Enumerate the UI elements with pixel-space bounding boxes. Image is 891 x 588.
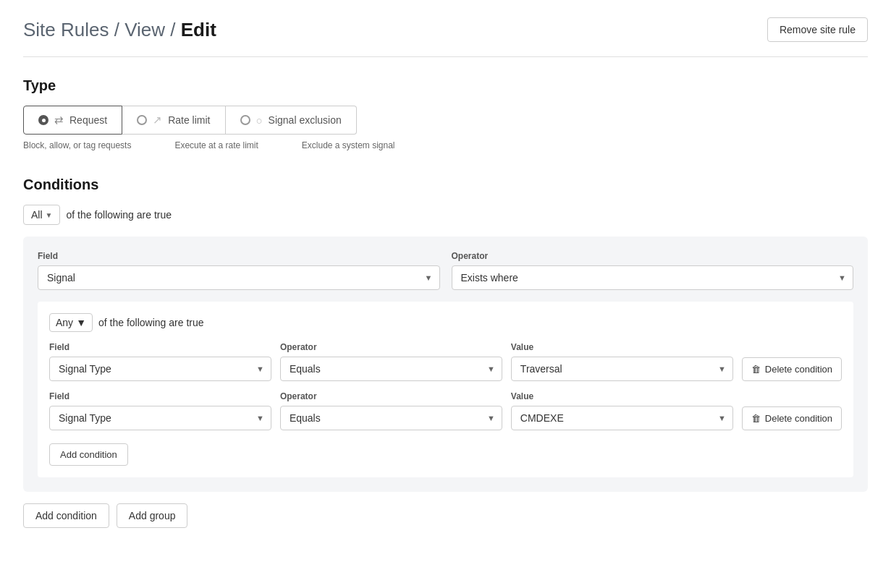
inner-quantifier-label: Any [56, 317, 73, 328]
condition-group: Field Signal ▼ Operator Exists where [23, 237, 868, 492]
inner-value-label-2: Value [511, 391, 733, 401]
add-condition-inner-button[interactable]: Add condition [49, 443, 128, 466]
inner-field-select-1[interactable]: Signal Type [49, 357, 271, 381]
inner-operator-select-1[interactable]: Equals [280, 357, 502, 381]
title-prefix: Site Rules / View / [23, 19, 181, 41]
inner-operator-1: Operator Equals ▼ [280, 342, 502, 381]
page-container: Site Rules / View / Edit Remove site rul… [0, 0, 891, 588]
inner-chevron-down-icon: ▼ [76, 317, 86, 328]
type-option-signal[interactable]: ○ Signal exclusion [226, 106, 357, 135]
inner-field-select-2[interactable]: Signal Type [49, 406, 271, 430]
delete-condition-button-2[interactable]: 🗑 Delete condition [742, 406, 842, 430]
chevron-down-icon: ▼ [46, 211, 53, 219]
type-option-signal-label: Signal exclusion [269, 114, 342, 126]
inner-operator-select-2[interactable]: Equals [280, 406, 502, 430]
add-group-button[interactable]: Add group [117, 503, 188, 528]
request-icon: ⇄ [54, 114, 64, 127]
page-title: Site Rules / View / Edit [23, 19, 216, 41]
radio-request [38, 115, 48, 125]
inner-value-1: Value Traversal ▼ [511, 342, 733, 381]
add-condition-button[interactable]: Add condition [23, 503, 109, 528]
inner-condition-row-2: Field Signal Type ▼ Operator Equals [49, 391, 842, 430]
radio-signal [240, 115, 250, 125]
operator-select-wrapper: Exists where ▼ [452, 265, 854, 290]
inner-following-text: of the following are true [98, 317, 204, 328]
signal-description: Exclude a system signal [302, 140, 395, 150]
bottom-actions: Add condition Add group [23, 503, 868, 528]
field-select-wrapper: Signal ▼ [38, 265, 440, 290]
conditions-following-text: of the following are true [66, 209, 172, 221]
inner-field-select-wrapper-2: Signal Type ▼ [49, 406, 271, 430]
inner-operator-2: Operator Equals ▼ [280, 391, 502, 430]
conditions-section-title: Conditions [23, 176, 868, 193]
inner-value-select-wrapper-1: Traversal ▼ [511, 357, 733, 381]
operator-column: Operator Exists where ▼ [452, 251, 854, 290]
signal-icon: ○ [256, 114, 263, 127]
inner-operator-select-wrapper-2: Equals ▼ [280, 406, 502, 430]
field-label: Field [38, 251, 440, 261]
inner-condition-group: Any ▼ of the following are true Field Si… [38, 302, 853, 477]
request-description: Block, allow, or tag requests [23, 140, 131, 150]
inner-operator-select-wrapper-1: Equals ▼ [280, 357, 502, 381]
conditions-section: Conditions All ▼ of the following are tr… [23, 176, 868, 528]
condition-row-top: Field Signal ▼ Operator Exists where [38, 251, 853, 290]
title-suffix: Edit [181, 19, 216, 41]
inner-field-2: Field Signal Type ▼ [49, 391, 271, 430]
operator-select[interactable]: Exists where [452, 265, 854, 290]
page-header: Site Rules / View / Edit Remove site rul… [23, 17, 868, 57]
rate-description: Execute at a rate limit [174, 140, 258, 150]
delete-condition-label-1: Delete condition [765, 364, 832, 375]
type-option-rate[interactable]: ↗ Rate limit [122, 106, 225, 135]
type-section-title: Type [23, 77, 868, 94]
trash-icon-2: 🗑 [751, 413, 761, 424]
trash-icon-1: 🗑 [751, 364, 761, 375]
inner-value-select-1[interactable]: Traversal [511, 357, 733, 381]
inner-value-2: Value CMDEXE ▼ [511, 391, 733, 430]
operator-label: Operator [452, 251, 854, 261]
type-options: ⇄ Request ↗ Rate limit ○ Signal exclusio… [23, 106, 868, 135]
inner-value-select-wrapper-2: CMDEXE ▼ [511, 406, 733, 430]
inner-quantifier-dropdown[interactable]: Any ▼ [49, 313, 93, 332]
inner-value-label-1: Value [511, 342, 733, 352]
inner-field-label-1: Field [49, 342, 271, 352]
inner-group-header: Any ▼ of the following are true [49, 313, 842, 332]
type-section: Type ⇄ Request ↗ Rate limit ○ Signal exc… [23, 77, 868, 150]
delete-condition-label-2: Delete condition [765, 413, 832, 424]
field-select[interactable]: Signal [38, 265, 440, 290]
type-option-request[interactable]: ⇄ Request [23, 106, 122, 135]
rate-icon: ↗ [153, 114, 162, 127]
inner-operator-label-1: Operator [280, 342, 502, 352]
field-column: Field Signal ▼ [38, 251, 440, 290]
type-option-rate-label: Rate limit [168, 114, 210, 126]
type-option-request-label: Request [69, 114, 107, 126]
radio-rate [137, 115, 147, 125]
remove-site-rule-button[interactable]: Remove site rule [767, 17, 868, 42]
inner-operator-label-2: Operator [280, 391, 502, 401]
quantifier-label: All [31, 209, 43, 221]
inner-field-1: Field Signal Type ▼ [49, 342, 271, 381]
conditions-header: All ▼ of the following are true [23, 205, 868, 225]
inner-value-select-2[interactable]: CMDEXE [511, 406, 733, 430]
delete-condition-button-1[interactable]: 🗑 Delete condition [742, 357, 842, 381]
type-descriptions: Block, allow, or tag requests Execute at… [23, 140, 868, 150]
inner-condition-row-1: Field Signal Type ▼ Operator Equals [49, 342, 842, 381]
quantifier-dropdown[interactable]: All ▼ [23, 205, 60, 225]
inner-field-select-wrapper-1: Signal Type ▼ [49, 357, 271, 381]
inner-field-label-2: Field [49, 391, 271, 401]
